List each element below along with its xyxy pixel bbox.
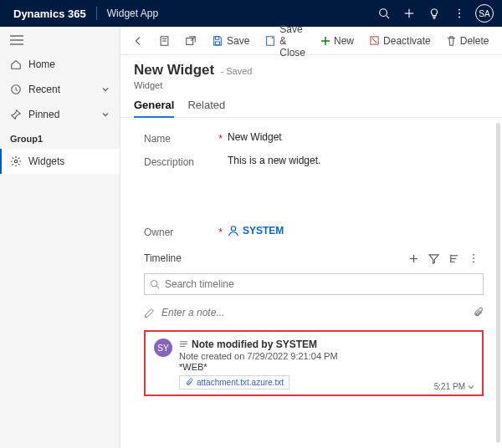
save-close-button[interactable]: Save & Close	[258, 29, 312, 53]
chevron-down-icon	[101, 85, 110, 94]
scrollbar[interactable]	[496, 123, 500, 443]
field-label-description: Description	[144, 155, 228, 168]
note-body-text: *WEB*	[179, 362, 474, 372]
svg-point-0	[380, 9, 387, 17]
person-icon	[228, 225, 239, 237]
svg-line-21	[372, 38, 377, 43]
global-header: Dynamics 365 Widget App SA	[0, 0, 502, 27]
timeline-note-entry[interactable]	[144, 302, 484, 323]
svg-point-25	[231, 227, 235, 231]
more-commands-icon[interactable]	[497, 29, 502, 53]
svg-point-32	[473, 257, 474, 259]
sidebar-group: Group1	[0, 127, 120, 149]
add-icon[interactable]	[397, 0, 422, 27]
save-state: - Saved	[221, 66, 253, 76]
note-created: Note created on 7/29/2022 9:21:04 PM	[179, 351, 474, 361]
lightbulb-icon[interactable]	[422, 0, 447, 27]
gear-icon	[10, 155, 22, 167]
field-value-description[interactable]: This is a new widget.	[228, 155, 484, 215]
field-label-name: Name*	[144, 131, 228, 145]
sidebar-label: Widgets	[28, 155, 64, 167]
form-selector-icon[interactable]	[152, 29, 177, 53]
svg-point-31	[473, 254, 474, 256]
new-button[interactable]: New	[314, 29, 361, 53]
sidebar-label: Pinned	[28, 109, 59, 120]
timeline-more-icon[interactable]	[464, 248, 484, 268]
sidebar-label: Recent	[28, 84, 60, 95]
chevron-down-icon	[101, 110, 110, 119]
main: Save Save & Close New Deactivate Delete	[120, 27, 502, 448]
app-name[interactable]: Widget App	[99, 8, 166, 19]
timeline-sort-icon[interactable]	[443, 248, 464, 268]
note-title: Note modified by SYSTEM	[192, 339, 317, 350]
timeline-header: Timeline	[144, 248, 484, 268]
open-new-window-icon[interactable]	[178, 29, 203, 53]
svg-point-33	[473, 262, 474, 263]
entity-name: Widget	[134, 80, 489, 90]
timeline-search[interactable]	[144, 273, 484, 295]
timeline-add-icon[interactable]	[403, 248, 423, 268]
note-time: 5:21 PM	[434, 382, 475, 391]
field-value-name[interactable]: New Widget	[228, 131, 484, 143]
sidebar: Home Recent Pinned Group1 Widgets	[0, 27, 120, 448]
timeline-filter-icon[interactable]	[423, 248, 443, 268]
home-icon	[10, 59, 22, 70]
field-label-owner: Owner*	[144, 225, 228, 238]
page-title: New Widget	[134, 62, 214, 78]
deactivate-icon	[369, 35, 380, 46]
svg-point-6	[458, 16, 460, 18]
svg-point-5	[458, 13, 460, 14]
sidebar-item-widgets[interactable]: Widgets	[0, 149, 120, 174]
sidebar-item-pinned[interactable]: Pinned	[0, 102, 120, 127]
svg-rect-17	[215, 41, 219, 44]
attach-icon	[185, 378, 193, 387]
field-value-owner[interactable]: SYSTEM	[228, 225, 484, 237]
pencil-icon	[144, 308, 155, 318]
save-close-icon	[264, 35, 276, 47]
timeline-note-input[interactable]	[161, 307, 466, 318]
svg-line-1	[387, 16, 390, 19]
record-header: New Widget - Saved Widget	[120, 55, 502, 90]
attachment-chip[interactable]: attachment.txt.azure.txt	[179, 375, 289, 389]
save-button[interactable]: Save	[205, 29, 256, 53]
svg-point-4	[458, 9, 460, 11]
search-icon	[150, 279, 160, 289]
plus-icon	[320, 36, 330, 46]
deactivate-button[interactable]: Deactivate	[362, 29, 438, 53]
save-icon	[212, 35, 223, 47]
chevron-down-icon[interactable]	[467, 383, 475, 391]
svg-line-35	[156, 286, 159, 288]
pin-icon	[10, 109, 22, 120]
note-avatar: SY	[154, 339, 172, 357]
form-content: Name* New Widget Description This is a n…	[120, 118, 492, 448]
trash-icon	[446, 35, 457, 47]
svg-rect-16	[215, 36, 218, 39]
clock-icon	[10, 84, 22, 95]
timeline-note-card[interactable]: SY Note modified by SYSTEM Note created …	[144, 330, 484, 396]
search-icon[interactable]	[371, 0, 397, 27]
divider	[96, 7, 97, 20]
sidebar-label: Home	[28, 59, 55, 70]
command-bar: Save Save & Close New Deactivate Delete	[120, 27, 502, 55]
tab-related[interactable]: Related	[187, 99, 225, 117]
svg-point-11	[14, 160, 18, 163]
attach-icon[interactable]	[473, 307, 484, 318]
delete-button[interactable]: Delete	[439, 29, 496, 53]
more-vertical-icon[interactable]	[447, 0, 472, 27]
hamburger-icon[interactable]	[0, 28, 120, 52]
svg-rect-15	[187, 38, 193, 44]
brand[interactable]: Dynamics 365	[5, 8, 95, 20]
note-type-icon	[179, 340, 188, 349]
timeline-label: Timeline	[144, 252, 182, 264]
tab-general[interactable]: General	[134, 99, 174, 118]
sidebar-item-recent[interactable]: Recent	[0, 77, 120, 102]
sidebar-item-home[interactable]: Home	[0, 52, 120, 77]
timeline-search-input[interactable]	[165, 278, 478, 290]
user-avatar[interactable]: SA	[475, 4, 494, 23]
tabs: General Related	[120, 90, 502, 118]
svg-point-34	[151, 281, 158, 288]
back-button[interactable]	[126, 29, 151, 53]
